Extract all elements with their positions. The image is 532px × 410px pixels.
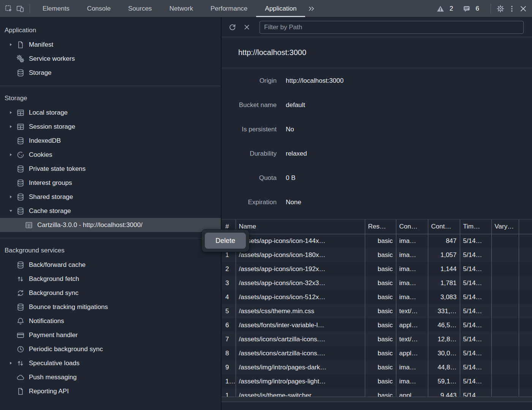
cache-entries-table-wrap: #NameRes…Con…Cont…Tim…Vary… 0/assets/app… [222,219,532,397]
table-row[interactable]: 1…/assets/js/theme-switcher…basicappl…9,… [222,388,532,397]
column-header-tim[interactable]: Tim… [460,219,491,234]
column-header-cont[interactable]: Cont… [428,219,460,234]
warnings-status[interactable]: 2 [435,0,453,17]
sidebar-item-cookies[interactable]: Cookies [0,148,221,162]
close-icon[interactable] [518,0,529,17]
sidebar-item-background-sync[interactable]: Background sync [0,286,221,300]
table-cell: basic [365,234,396,248]
twisty-right-icon[interactable] [7,123,14,131]
table-row[interactable]: 9/assets/img/intro/pages-dark…basicima…4… [222,360,532,374]
sidebar-item-service-workers[interactable]: Service workers [0,52,221,66]
sidebar-item-speculative-loads[interactable]: Speculative loads [0,356,221,370]
table-cell: ima… [396,360,428,374]
sidebar-item-local-storage[interactable]: Local storage [0,106,221,120]
table-cell: basic [365,346,396,360]
tab-console[interactable]: Console [78,0,119,17]
twisty-right-icon[interactable] [7,109,14,117]
tab-sources[interactable]: Sources [119,0,160,17]
table-row[interactable]: 1/assets/app-icons/icon-180x…basicima…1,… [222,248,532,262]
bucket-details: Originhttp://localhost:3000Bucket namede… [222,68,532,219]
table-cell: 5/14… [460,388,491,397]
context-menu-item-delete[interactable]: Delete [205,233,246,249]
sidebar-item-label: IndexedDB [29,137,61,145]
device-toolbar-icon[interactable] [14,0,26,17]
table-row[interactable]: 2/assets/app-icons/icon-192x…basicima…1,… [222,262,532,276]
database-icon [16,68,25,77]
table-row[interactable]: 0/assets/app-icons/icon-144x…basicima…84… [222,234,532,248]
table-row[interactable]: 7/assets/icons/cartzilla-icons.…basictex… [222,332,532,346]
sidebar-item-payment-handler[interactable]: Payment handler [0,328,221,342]
sidebar-item-private-state-tokens[interactable]: Private state tokens [0,162,221,176]
table-icon [24,221,33,230]
column-header-res[interactable]: Res… [365,219,396,234]
table-cell-filler [519,360,532,374]
table-cell [491,248,519,262]
sidebar-item-indexeddb[interactable]: IndexedDB [0,134,221,148]
sidebar-item-periodic-background-sync[interactable]: Periodic background sync [0,342,221,356]
twisty-right-icon[interactable] [7,360,14,367]
sidebar-item-notifications[interactable]: Notifications [0,314,221,328]
table-row[interactable]: 6/assets/fonts/inter-variable-l…basicapp… [222,318,532,332]
table-cell [491,332,519,346]
sidebar-item-storage[interactable]: Storage [0,66,221,80]
table-cell-filler [519,332,532,346]
sidebar-item-push-messaging[interactable]: Push messaging [0,370,221,384]
twisty-spacer [7,55,14,63]
sidebar-item-session-storage[interactable]: Session storage [0,120,221,134]
table-row[interactable]: 3/assets/app-icons/icon-32x3…basicima…1,… [222,276,532,290]
more-tabs-chevron-icon[interactable] [305,0,318,17]
sidebar-item-manifest[interactable]: Manifest [0,38,221,52]
table-cell: 8 [222,346,236,360]
table-cell: 5/14… [460,290,491,304]
twisty-spacer [7,275,14,283]
sidebar-item-reporting-api[interactable]: Reporting API [0,384,221,398]
table-row[interactable]: 8/assets/icons/cartzilla-icons.…basicapp… [222,346,532,360]
kebab-menu-icon[interactable] [506,0,518,17]
twisty-right-icon[interactable] [7,151,14,159]
clear-filter-icon[interactable] [241,21,253,33]
sidebar-item-cache-storage[interactable]: Cache storage [0,204,221,218]
table-cell: /assets/css/theme.min.css [236,304,365,318]
detail-row-is-persistent: Is persistentNo [222,121,532,145]
messages-status[interactable]: 6 [461,0,479,17]
sidebar-item-back-forward-cache[interactable]: Back/forward cache [0,258,221,272]
table-cell [491,374,519,388]
table-row[interactable]: 5/assets/css/theme.min.cssbasictext/…331… [222,304,532,318]
tab-application[interactable]: Application [256,0,305,17]
table-cell: ima… [396,290,428,304]
sidebar-item-label: Speculative loads [29,360,79,367]
filter-by-path-input[interactable] [260,21,524,34]
filter-toolbar [222,17,532,37]
sidebar-item-cartzilla-3-0-0-http-localhost-3000[interactable]: Cartzilla-3.0.0 - http://localhost:3000/ [0,218,221,232]
column-header-vary[interactable]: Vary… [491,219,519,234]
sidebar-item-label: Private state tokens [29,165,86,173]
inspect-icon[interactable] [3,0,14,17]
tab-performance[interactable]: Performance [202,0,256,17]
gear-icon[interactable] [495,0,506,17]
card-icon [16,331,25,340]
twisty-right-icon[interactable] [7,41,14,49]
column-header-name[interactable]: Name [236,219,365,234]
table-cell: text/… [396,332,428,346]
twisty-spacer [7,137,14,145]
tab-network[interactable]: Network [161,0,202,17]
table-row[interactable]: 4/assets/app-icons/icon-512x…basicima…3,… [222,290,532,304]
table-row[interactable]: 1…/assets/img/intro/pages-light…basicima… [222,374,532,388]
sidebar-item-interest-groups[interactable]: Interest groups [0,176,221,190]
sidebar-item-background-fetch[interactable]: Background fetch [0,272,221,286]
twisty-down-icon[interactable] [7,207,14,215]
tab-elements[interactable]: Elements [34,0,78,17]
panel-tabs: ElementsConsoleSourcesNetworkPerformance… [34,0,305,17]
table-cell: 46,5… [428,318,460,332]
twisty-spacer [7,388,14,395]
table-cell: 847 [428,234,460,248]
sidebar-item-bounce-tracking-mitigations[interactable]: Bounce tracking mitigations [0,300,221,314]
sidebar-item-label: Cache storage [29,207,71,215]
section-title-application: Application [0,18,221,38]
refresh-icon[interactable] [226,21,238,33]
sidebar-item-shared-storage[interactable]: Shared storage [0,190,221,204]
clock-icon [16,345,25,354]
horizontal-scrollbar[interactable] [222,397,532,402]
column-header-con[interactable]: Con… [396,219,428,234]
twisty-right-icon[interactable] [7,193,14,201]
